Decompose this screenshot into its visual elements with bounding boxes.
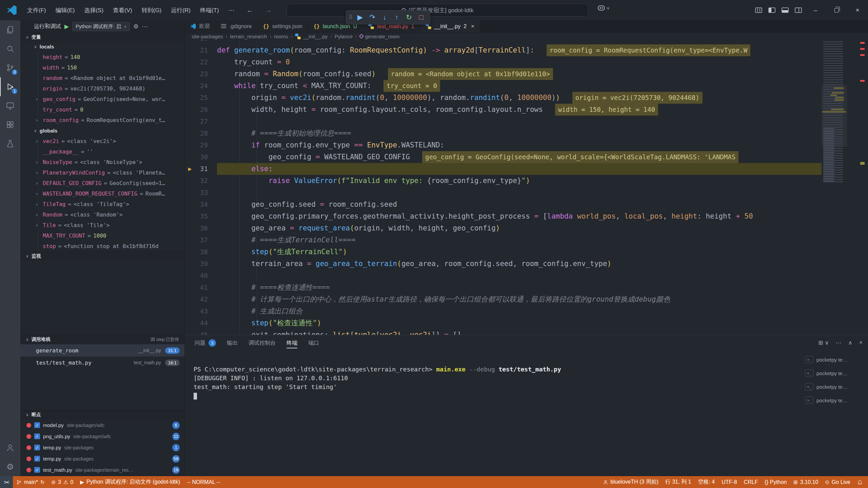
toggle-secondary-sidebar-icon[interactable] xyxy=(795,7,802,13)
author-item[interactable]: blueloveTH (3 周前) xyxy=(599,476,662,488)
variable-row[interactable]: ›PlanetaryWindConfig=<class 'Planeta… xyxy=(20,167,184,178)
code-editor[interactable]: 2021def generate_room(room_config: RoomR… xyxy=(185,40,868,335)
split-terminal-icon[interactable]: ⊞ ∨ xyxy=(818,339,829,346)
restore-button[interactable] xyxy=(826,0,847,20)
variable-row[interactable]: MAX_TRY_COUNT=1000 xyxy=(20,230,184,241)
more-actions-icon[interactable]: ⋯ xyxy=(836,339,842,346)
variables-group-locals[interactable]: ∨locals xyxy=(20,41,184,52)
panel-tab-输出[interactable]: 输出 xyxy=(222,335,242,351)
breadcrumb-item[interactable]: terrain_research xyxy=(230,34,267,39)
line-number[interactable]: 40 xyxy=(185,270,217,282)
launch-config-select[interactable]: Python 调试程序: 启∨ xyxy=(72,22,130,31)
copilot-menu[interactable]: ∨ xyxy=(598,5,610,11)
minimap[interactable] xyxy=(822,40,847,230)
line-number[interactable]: 20 xyxy=(185,40,217,44)
remote-explorer-icon[interactable] xyxy=(0,96,20,115)
variable-row[interactable]: ›room_config=RoomRequestConfig(env_t… xyxy=(20,115,184,125)
breakpoint-row[interactable]: ✓test_math.pysite-packages\terrain_res…1… xyxy=(20,464,184,475)
variable-row[interactable]: ›Random=<class 'Random'> xyxy=(20,209,184,220)
breakpoint-checkbox[interactable]: ✓ xyxy=(34,433,40,439)
nav-forward-icon[interactable]: → xyxy=(261,6,276,14)
terminal-list-item[interactable]: >_pocketpy te… xyxy=(805,393,865,407)
variable-row[interactable]: ›DEFAULT_GEO_CONFIG=GeoConfig(seed=1… xyxy=(20,178,184,188)
line-number[interactable]: 21 xyxy=(185,44,217,56)
language-mode[interactable]: {} Python xyxy=(761,476,790,488)
line-number[interactable]: 39 xyxy=(185,258,217,270)
variable-row[interactable]: ›Tile=<class 'Tile'> xyxy=(20,220,184,230)
callstack-frame[interactable]: generate_room__init__.py31:1 xyxy=(20,344,184,357)
line-number[interactable]: 29 xyxy=(185,139,217,151)
stop-button[interactable]: □ xyxy=(415,12,427,23)
line-number[interactable]: 36 xyxy=(185,222,217,234)
step-over-button[interactable]: ↷ xyxy=(366,12,378,23)
variable-row[interactable]: ›vec2i=<class 'vec2i'> xyxy=(20,136,184,146)
start-debug-icon[interactable]: ▶ xyxy=(64,23,69,30)
panel-tab-端口[interactable]: 端口 xyxy=(304,335,323,351)
go-live[interactable]: ⊙Go Live xyxy=(822,476,854,488)
line-number[interactable]: 27 xyxy=(185,116,217,127)
step-into-button[interactable]: ↓ xyxy=(378,12,391,23)
line-number[interactable]: 42 xyxy=(185,293,217,305)
maximize-panel-icon[interactable]: ∧ xyxy=(848,339,852,346)
line-number[interactable]: 41 xyxy=(185,282,217,293)
line-number[interactable]: 26 xyxy=(185,104,217,116)
menu-item[interactable]: 选择(S) xyxy=(79,6,108,14)
accounts-icon[interactable] xyxy=(0,438,20,457)
menu-item[interactable]: 编辑(E) xyxy=(51,6,80,14)
problems-item[interactable]: ⊘3 ⚠0 xyxy=(48,476,77,488)
callstack-section-header[interactable]: ∨ 调用堆栈 因 step 已暂停 xyxy=(20,335,184,344)
breakpoint-checkbox[interactable]: ✓ xyxy=(34,467,40,473)
step-out-button[interactable]: ↑ xyxy=(391,12,403,23)
extensions-icon[interactable] xyxy=(0,115,20,134)
callstack-frame[interactable]: test/test_math.pytest_math.py16:1 xyxy=(20,357,184,369)
variable-row[interactable]: ›TileTag=<class 'TileTag'> xyxy=(20,199,184,209)
search-activity-icon[interactable] xyxy=(0,39,20,58)
breakpoint-checkbox[interactable]: ✓ xyxy=(34,445,40,450)
line-number[interactable]: 43 xyxy=(185,305,217,317)
line-number[interactable]: 32 xyxy=(185,175,217,187)
panel-tab-问题[interactable]: 问题3 xyxy=(190,335,220,351)
menu-more-icon[interactable]: ⋯ xyxy=(224,7,239,14)
terminal-output[interactable]: PS C:\computer_science\godot-ldtk\site-p… xyxy=(194,365,800,473)
explorer-icon[interactable] xyxy=(0,20,20,39)
minimize-button[interactable]: – xyxy=(805,0,826,20)
python-version[interactable]: ⊞3.10.10 xyxy=(790,476,822,488)
variable-row[interactable]: ›NoiseType=<class 'NoiseType'> xyxy=(20,157,184,167)
panel-tab-调试控制台[interactable]: 调试控制台 xyxy=(244,335,280,351)
watch-section-header[interactable]: ∨ 监视 xyxy=(20,251,184,260)
variables-section-header[interactable]: ∨ 变量 xyxy=(20,33,184,41)
line-number[interactable]: 34 xyxy=(185,199,217,210)
variable-row[interactable]: ›geo_config=GeoConfig(seed=None, wor… xyxy=(20,94,184,104)
command-center[interactable]: [扩展开发宿主] godot-ldtk xyxy=(287,4,588,17)
tab-欢迎[interactable]: 欢迎 xyxy=(185,20,216,32)
toggle-sidebar-icon[interactable] xyxy=(768,7,775,13)
line-number[interactable]: 45 xyxy=(185,329,217,335)
variable-row[interactable]: __package__='' xyxy=(20,146,184,157)
debug-session-item[interactable]: ▶ Python 调试程序: 启动文件 (godot-ldtk) xyxy=(77,476,183,488)
breadcrumb-item[interactable]: generate_room xyxy=(360,34,400,39)
encoding[interactable]: UTF-8 xyxy=(718,476,740,488)
menu-item[interactable]: 转到(G) xyxy=(137,6,166,14)
line-number[interactable]: 30 xyxy=(185,151,217,163)
variable-row[interactable]: width=150 xyxy=(20,62,184,73)
close-icon[interactable]: × xyxy=(471,23,474,30)
testing-icon[interactable] xyxy=(0,134,20,153)
watch-body[interactable] xyxy=(20,260,184,335)
breadcrumb-item[interactable]: Pylance xyxy=(335,34,353,39)
debug-settings-gear-icon[interactable]: ⚙ xyxy=(133,23,138,30)
variables-group-globals[interactable]: ∨globals xyxy=(20,125,184,136)
line-number[interactable]: 25 xyxy=(185,92,217,104)
restart-button[interactable]: ↻ xyxy=(403,12,415,23)
panel-tab-终端[interactable]: 终端 xyxy=(282,335,302,351)
debug-more-icon[interactable]: ⋯ xyxy=(142,23,148,30)
breakpoint-checkbox[interactable]: ✓ xyxy=(34,422,40,428)
close-panel-icon[interactable]: × xyxy=(859,339,863,346)
customize-layout-icon[interactable] xyxy=(755,7,762,13)
line-number[interactable]: 33 xyxy=(185,187,217,199)
menu-item[interactable]: 文件(F) xyxy=(22,6,51,14)
line-number[interactable]: 31▶ xyxy=(185,163,217,175)
breadcrumb-item[interactable]: rooms xyxy=(274,34,288,39)
line-number[interactable]: 23 xyxy=(185,68,217,80)
tab-settings.json[interactable]: {}settings.json xyxy=(258,20,308,32)
source-control-icon[interactable]: 3 xyxy=(0,58,20,77)
